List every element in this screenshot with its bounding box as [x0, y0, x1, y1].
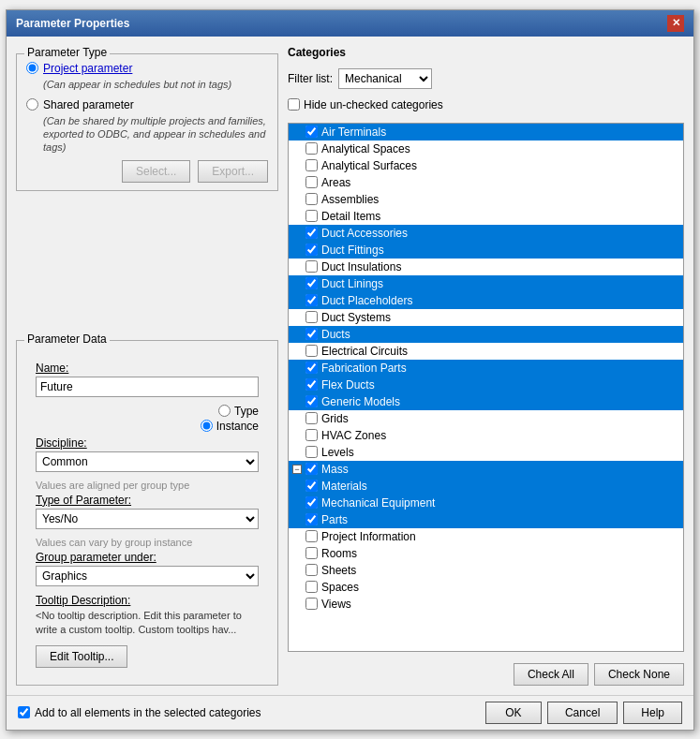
aligned-text: Values are aligned per group type [36, 480, 259, 491]
cat-checkbox-mass[interactable] [305, 463, 318, 475]
cat-item-analytical-surfaces[interactable]: Analytical Surfaces [289, 157, 683, 174]
cat-checkbox-fabrication-parts[interactable] [305, 362, 318, 374]
expand-btn-mass[interactable]: − [292, 465, 302, 474]
ok-button[interactable]: OK [485, 702, 542, 724]
cat-checkbox-project-information[interactable] [305, 530, 318, 542]
cat-checkbox-flex-ducts[interactable] [305, 378, 318, 391]
parameter-type-label: Parameter Type [24, 46, 110, 59]
cat-checkbox-mechanical-equipment[interactable] [305, 496, 318, 509]
hide-label: Hide un-checked categories [304, 98, 443, 111]
type-instance-row: Type [36, 405, 259, 418]
cat-checkbox-detail-items[interactable] [305, 210, 318, 222]
cat-item-electrical-circuits[interactable]: Electrical Circuits [289, 343, 683, 360]
group-param-select[interactable]: Graphics [36, 566, 259, 586]
cat-item-rooms[interactable]: Rooms [289, 545, 683, 562]
cat-checkbox-electrical-circuits[interactable] [305, 345, 318, 357]
cat-label-spaces: Spaces [321, 581, 359, 594]
cat-checkbox-generic-models[interactable] [305, 395, 318, 407]
cat-checkbox-levels[interactable] [305, 446, 318, 458]
cat-checkbox-hvac-zones[interactable] [305, 429, 318, 441]
cat-item-levels[interactable]: Levels [289, 444, 683, 461]
cat-item-mechanical-equipment[interactable]: Mechanical Equipment [289, 495, 683, 511]
cat-label-duct-insulations: Duct Insulations [321, 260, 401, 273]
dialog-title: Parameter Properties [16, 17, 129, 30]
cat-item-air-terminals[interactable]: Air Terminals [289, 124, 683, 140]
shared-param-radio[interactable]: Shared parameter [26, 98, 268, 111]
tooltip-label: Tooltip Description: [36, 594, 259, 607]
cat-checkbox-duct-fittings[interactable] [305, 244, 318, 256]
cat-item-project-information[interactable]: Project Information [289, 528, 683, 545]
cat-checkbox-duct-placeholders[interactable] [305, 294, 318, 306]
cat-item-flex-ducts[interactable]: Flex Ducts [289, 377, 683, 393]
export-button[interactable]: Export... [198, 160, 268, 183]
cat-checkbox-duct-linings[interactable] [305, 277, 318, 289]
cat-checkbox-duct-accessories[interactable] [305, 227, 318, 239]
cat-item-duct-insulations[interactable]: Duct Insulations [289, 259, 683, 275]
cat-checkbox-views[interactable] [305, 598, 318, 610]
discipline-select[interactable]: Common [36, 451, 259, 472]
filter-select[interactable]: Mechanical [338, 68, 432, 89]
cat-item-duct-placeholders[interactable]: Duct Placeholders [289, 292, 683, 309]
instance-radio[interactable]: Instance [201, 420, 259, 433]
cat-checkbox-assemblies[interactable] [305, 193, 318, 205]
cat-item-sheets[interactable]: Sheets [289, 562, 683, 579]
hide-unchecked-checkbox[interactable] [288, 98, 300, 111]
check-none-button[interactable]: Check None [594, 663, 684, 686]
name-spacer [36, 405, 200, 418]
cat-item-ducts[interactable]: Ducts [289, 326, 683, 343]
instance-label: Instance [216, 420, 259, 433]
type-label: Type [234, 405, 259, 418]
cat-checkbox-sheets[interactable] [305, 564, 318, 576]
cat-label-mass: Mass [321, 463, 349, 476]
cat-checkbox-duct-insulations[interactable] [305, 260, 318, 273]
cat-item-duct-linings[interactable]: Duct Linings [289, 275, 683, 292]
cat-item-materials[interactable]: Materials [289, 478, 683, 495]
cat-item-parts[interactable]: Parts [289, 511, 683, 528]
cat-label-analytical-surfaces: Analytical Surfaces [321, 159, 417, 172]
project-param-radio[interactable]: Project parameter [26, 62, 268, 75]
cat-item-fabrication-parts[interactable]: Fabrication Parts [289, 360, 683, 377]
project-param-note: (Can appear in schedules but not in tags… [43, 78, 268, 91]
help-button[interactable]: Help [623, 702, 682, 724]
cat-checkbox-areas[interactable] [305, 176, 318, 188]
cat-item-duct-fittings[interactable]: Duct Fittings [289, 242, 683, 259]
cat-checkbox-grids[interactable] [305, 412, 318, 424]
title-bar: Parameter Properties ✕ [7, 10, 693, 37]
cancel-button[interactable]: Cancel [547, 702, 618, 724]
cat-item-mass[interactable]: −Mass [289, 461, 683, 478]
cat-item-spaces[interactable]: Spaces [289, 579, 683, 596]
parameter-data-group: Parameter Data Name: Type [16, 340, 278, 686]
dialog-footer: Add to all elements in the selected cate… [7, 695, 693, 730]
cat-item-assemblies[interactable]: Assemblies [289, 191, 683, 208]
cat-item-duct-accessories[interactable]: Duct Accessories [289, 225, 683, 242]
cat-checkbox-spaces[interactable] [305, 581, 318, 593]
cat-label-mechanical-equipment: Mechanical Equipment [321, 496, 435, 510]
cat-item-areas[interactable]: Areas [289, 174, 683, 191]
cat-item-analytical-spaces[interactable]: Analytical Spaces [289, 140, 683, 157]
cat-checkbox-parts[interactable] [305, 513, 318, 525]
cat-checkbox-analytical-spaces[interactable] [305, 142, 318, 155]
cat-checkbox-ducts[interactable] [305, 328, 318, 340]
shared-param-text: Shared parameter [43, 98, 134, 111]
cat-checkbox-materials[interactable] [305, 480, 318, 492]
select-button[interactable]: Select... [122, 160, 190, 183]
cat-item-views[interactable]: Views [289, 596, 683, 613]
cat-checkbox-analytical-surfaces[interactable] [305, 159, 318, 171]
cat-item-detail-items[interactable]: Detail Items [289, 208, 683, 225]
cat-item-grids[interactable]: Grids [289, 410, 683, 427]
check-all-button[interactable]: Check All [514, 663, 588, 686]
cat-item-generic-models[interactable]: Generic Models [289, 393, 683, 410]
cat-item-hvac-zones[interactable]: HVAC Zones [289, 427, 683, 444]
close-button[interactable]: ✕ [667, 15, 684, 32]
edit-tooltip-button[interactable]: Edit Tooltip... [36, 645, 127, 668]
type-radio[interactable]: Type [218, 405, 259, 418]
type-of-param-select[interactable]: Yes/No [36, 509, 259, 529]
cat-item-duct-systems[interactable]: Duct Systems [289, 309, 683, 326]
cat-label-duct-fittings: Duct Fittings [321, 244, 384, 257]
tooltip-text: <No tooltip description. Edit this param… [36, 609, 259, 638]
cat-checkbox-rooms[interactable] [305, 547, 318, 559]
add-to-all-checkbox[interactable] [18, 706, 30, 718]
cat-checkbox-duct-systems[interactable] [305, 311, 318, 323]
cat-checkbox-air-terminals[interactable] [305, 126, 318, 138]
name-input[interactable] [36, 377, 259, 397]
